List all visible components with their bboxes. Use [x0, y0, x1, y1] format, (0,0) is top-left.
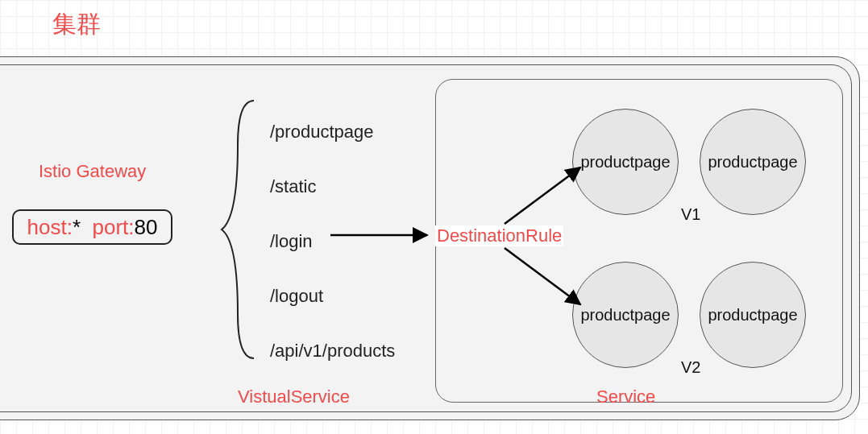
cluster-title: 集群	[52, 8, 101, 41]
pod-label: productpage	[708, 153, 797, 172]
gateway-hostport-box: host:* port:80	[12, 209, 172, 245]
gap	[81, 215, 92, 240]
route-item: /logout	[270, 269, 395, 324]
pod-circle: productpage	[572, 109, 679, 215]
pod-label: productpage	[708, 306, 797, 324]
pod-label: productpage	[580, 153, 670, 172]
brace-icon	[218, 97, 266, 362]
route-item: /static	[270, 159, 395, 214]
version-label: V2	[681, 358, 700, 377]
service-label: Service	[596, 386, 655, 407]
port-value: 80	[135, 215, 158, 240]
destinationrule-label: DestinationRule	[435, 225, 563, 246]
pod-circle: productpage	[700, 109, 806, 215]
pod-circle: productpage	[700, 262, 806, 368]
version-label: V1	[681, 205, 700, 224]
routes-list: /productpage /static /login /logout /api…	[270, 105, 395, 378]
pod-circle: productpage	[572, 262, 679, 368]
port-key: port:	[93, 215, 135, 240]
host-key: host:	[27, 215, 73, 240]
virtualservice-label: VistualService	[238, 386, 350, 407]
host-value: *	[73, 215, 81, 240]
route-item: /login	[270, 214, 395, 269]
route-item: /api/v1/products	[270, 324, 395, 378]
pod-label: productpage	[580, 306, 670, 324]
route-item: /productpage	[270, 105, 395, 159]
gateway-label: Istio Gateway	[39, 161, 146, 182]
